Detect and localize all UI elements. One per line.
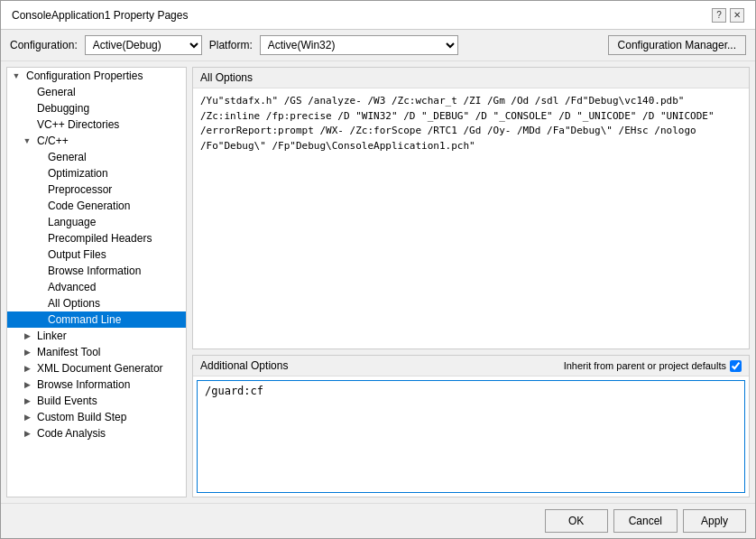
tree-item-precomp-hdr[interactable]: Precompiled Headers	[7, 230, 186, 246]
tree-item-custom-build[interactable]: ▶Custom Build Step	[7, 409, 186, 425]
tree-item-manifest-tool[interactable]: ▶Manifest Tool	[7, 344, 186, 360]
expand-icon-build-events: ▶	[22, 395, 32, 406]
tree-label-browse-info2: Browse Information	[37, 378, 130, 391]
tree-label-linker: Linker	[37, 330, 67, 342]
tree-label-optimization: Optimization	[48, 167, 108, 180]
tree-item-debugging[interactable]: Debugging	[7, 100, 186, 116]
tree-label-output-files: Output Files	[48, 248, 106, 261]
tree-label-xml-doc-gen: XML Document Generator	[37, 362, 163, 375]
tree-item-output-files[interactable]: Output Files	[7, 246, 186, 263]
dialog-title: ConsoleApplication1 Property Pages	[12, 9, 188, 22]
expand-icon-manifest-tool: ▶	[22, 347, 32, 358]
additional-options-header: Additional Options	[200, 359, 288, 372]
tree-label-command-line: Command Line	[48, 313, 121, 326]
horizontal-scrollbar[interactable]: ◀ ▶	[7, 497, 186, 497]
main-content: ▼Configuration PropertiesGeneralDebuggin…	[1, 61, 755, 503]
all-options-section: All Options /Yu"stdafx.h" /GS /analyze- …	[192, 67, 750, 349]
left-panel: ▼Configuration PropertiesGeneralDebuggin…	[6, 67, 187, 497]
inherit-label-container: Inherit from parent or project defaults	[564, 360, 742, 372]
expand-icon-browse-info2: ▶	[22, 379, 32, 390]
tree-label-code-gen: Code Generation	[48, 200, 130, 212]
tree-item-browse-info[interactable]: Browse Information	[7, 263, 186, 279]
tree-item-build-events[interactable]: ▶Build Events	[7, 393, 186, 409]
tree-label-cpp: C/C++	[37, 135, 69, 147]
title-bar: ConsoleApplication1 Property Pages ? ✕	[1, 1, 755, 30]
tree-item-code-gen[interactable]: Code Generation	[7, 198, 186, 214]
tree-label-precomp-hdr: Precompiled Headers	[48, 232, 152, 245]
config-label: Configuration:	[10, 39, 78, 51]
tree-item-optimization[interactable]: Optimization	[7, 165, 186, 181]
tree-item-code-analysis[interactable]: ▶Code Analysis	[7, 425, 186, 441]
tree-label-vc-dirs: VC++ Directories	[37, 118, 119, 131]
tree-label-general: General	[37, 86, 76, 98]
tree-item-cpp-general[interactable]: General	[7, 149, 186, 165]
cancel-button[interactable]: Cancel	[613, 509, 678, 533]
tree-item-config-props[interactable]: ▼Configuration Properties	[7, 68, 186, 84]
expand-icon-custom-build: ▶	[22, 412, 32, 423]
help-button[interactable]: ?	[712, 8, 726, 23]
platform-label: Platform:	[209, 39, 253, 51]
tree-label-debugging: Debugging	[37, 102, 89, 115]
expand-icon-config-props: ▼	[11, 70, 22, 81]
expand-icon-code-analysis: ▶	[22, 428, 32, 439]
expand-icon-linker: ▶	[22, 330, 32, 341]
tree-label-language: Language	[48, 216, 96, 228]
close-button[interactable]: ✕	[730, 8, 744, 23]
tree-item-linker[interactable]: ▶Linker	[7, 328, 186, 344]
all-options-text: /Yu"stdafx.h" /GS /analyze- /W3 /Zc:wcha…	[193, 88, 749, 159]
tree-item-command-line[interactable]: Command Line	[7, 311, 186, 328]
tree-label-browse-info: Browse Information	[48, 265, 141, 277]
tree-label-build-events: Build Events	[37, 395, 97, 407]
tree-item-all-options[interactable]: All Options	[7, 295, 186, 311]
all-options-header: All Options	[193, 68, 749, 88]
property-pages-dialog: ConsoleApplication1 Property Pages ? ✕ C…	[0, 0, 756, 539]
expand-icon-cpp: ▼	[22, 135, 32, 146]
right-panel: All Options /Yu"stdafx.h" /GS /analyze- …	[192, 67, 750, 497]
all-options-scroll[interactable]: /Yu"stdafx.h" /GS /analyze- /W3 /Zc:wcha…	[193, 88, 749, 348]
tree-item-vc-dirs[interactable]: VC++ Directories	[7, 116, 186, 133]
tree-label-preprocessor: Preprocessor	[48, 183, 112, 196]
tree-item-advanced[interactable]: Advanced	[7, 279, 186, 295]
tree-label-manifest-tool: Manifest Tool	[37, 346, 100, 358]
additional-options-input[interactable]: /guard:cf	[197, 380, 745, 493]
tree-item-cpp[interactable]: ▼C/C++	[7, 133, 186, 149]
additional-header-row: Additional Options Inherit from parent o…	[193, 356, 749, 376]
tree-label-config-props: Configuration Properties	[26, 70, 143, 82]
tree-item-preprocessor[interactable]: Preprocessor	[7, 181, 186, 198]
tree-item-browse-info2[interactable]: ▶Browse Information	[7, 376, 186, 393]
inherit-checkbox[interactable]	[730, 360, 742, 372]
title-bar-buttons: ? ✕	[712, 8, 744, 23]
bottom-bar: OK Cancel Apply	[1, 503, 755, 538]
tree-item-general[interactable]: General	[7, 84, 186, 100]
all-options-content-area: /Yu"stdafx.h" /GS /analyze- /W3 /Zc:wcha…	[193, 88, 749, 348]
additional-options-section: Additional Options Inherit from parent o…	[192, 355, 750, 497]
config-row: Configuration: Active(Debug) Platform: A…	[1, 30, 755, 61]
apply-button[interactable]: Apply	[683, 509, 746, 533]
tree-label-code-analysis: Code Analysis	[37, 427, 106, 440]
tree-label-custom-build: Custom Build Step	[37, 411, 126, 423]
config-manager-button[interactable]: Configuration Manager...	[608, 35, 746, 55]
configuration-select[interactable]: Active(Debug)	[85, 35, 202, 55]
tree-container: ▼Configuration PropertiesGeneralDebuggin…	[7, 68, 186, 497]
inherit-label-text: Inherit from parent or project defaults	[564, 360, 726, 371]
tree-label-all-options: All Options	[48, 297, 100, 310]
expand-icon-xml-doc-gen: ▶	[22, 363, 32, 374]
tree-item-xml-doc-gen[interactable]: ▶XML Document Generator	[7, 360, 186, 376]
tree-label-cpp-general: General	[48, 151, 87, 163]
ok-button[interactable]: OK	[545, 509, 608, 533]
tree-item-language[interactable]: Language	[7, 214, 186, 230]
tree-label-advanced: Advanced	[48, 281, 96, 293]
platform-select[interactable]: Active(Win32)	[260, 35, 458, 55]
